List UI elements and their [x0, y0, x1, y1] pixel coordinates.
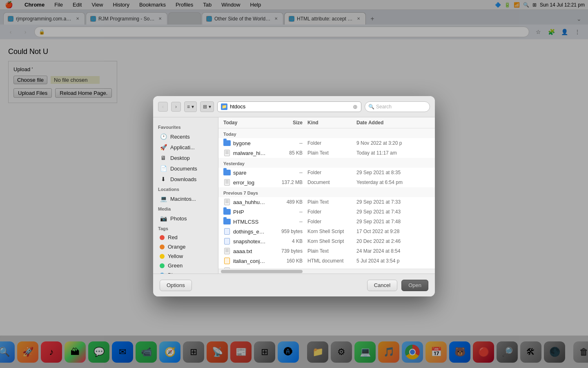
list-view-chevron: ▾ [192, 104, 194, 110]
file-kind-snapshot: Korn Shell Script [307, 238, 356, 244]
location-chevron: ⊕ [353, 103, 358, 110]
file-icon-snapshot [223, 238, 231, 245]
photos-label: Photos [170, 215, 187, 222]
sidebar-item-downloads[interactable]: ⬇ Downloads [155, 174, 216, 184]
sidebar-item-photos[interactable]: 📷 Photos [155, 213, 216, 224]
file-kind-aaa: Plain Text [307, 199, 356, 205]
col-date-header: Date Added [356, 120, 430, 126]
downloads-label: Downloads [170, 176, 196, 182]
file-icon-dothings [223, 228, 231, 235]
photos-icon: 📷 [160, 215, 167, 222]
sidebar-item-yellow[interactable]: Yellow [155, 251, 216, 261]
file-kind-spare: Folder [307, 170, 356, 175]
file-row-bygone[interactable]: bygone -- Folder 9 Nov 2022 at 3:20 p [218, 138, 435, 148]
file-row-errorlog[interactable]: error_log 137.2 MB Document Yesterday at… [218, 177, 435, 187]
file-date-italian-html: 5 Jul 2024 at 3:54 p [356, 258, 430, 264]
dialog-location-bar[interactable]: 📁 htdocs ⊕ [217, 101, 361, 112]
file-size-italian-html: 160 KB [267, 258, 307, 264]
applications-label: Applicati... [170, 144, 195, 150]
tags-label: Tags [153, 224, 218, 233]
dialog-list-view-button[interactable]: ≡ ▾ [184, 101, 197, 112]
file-row-snapshot[interactable]: snapshotexim.ksh 4 KB Korn Shell Script … [218, 236, 435, 246]
open-button[interactable]: Open [401, 280, 428, 291]
sidebar-item-applications[interactable]: 🚀 Applicati... [155, 142, 216, 153]
file-date-aaaa: 24 Mar 2024 at 8:54 [356, 248, 430, 254]
file-row-aaaa[interactable]: aaaa.txt 739 bytes Plain Text 24 Mar 202… [218, 246, 435, 256]
file-name-php: PHP [233, 209, 267, 215]
grid-view-chevron: ▾ [209, 104, 211, 110]
file-name-htmlcss: HTMLCSS [233, 219, 267, 225]
documents-label: Documents [170, 166, 197, 172]
file-dialog: ‹ › ≡ ▾ ⊞ ▾ 📁 htdocs ⊕ 🔍 Search [153, 96, 435, 296]
file-date-php: 29 Sep 2021 at 7:43 [356, 209, 430, 215]
folder-icon-bygone [223, 139, 231, 147]
sidebar-item-recents[interactable]: 🕐 Recents [155, 131, 216, 142]
file-icon-aaa [223, 198, 231, 206]
file-kind-italian-html: HTML document [307, 258, 356, 264]
file-row-htmlcss[interactable]: HTMLCSS -- Folder 29 Sep 2021 at 7:48 [218, 217, 435, 227]
col-kind-header: Kind [307, 120, 356, 126]
dialog-grid-view-button[interactable]: ⊞ ▾ [200, 101, 214, 112]
file-size-aaaa: 739 bytes [267, 248, 307, 254]
dialog-body: Favourites 🕐 Recents 🚀 Applicati... 🖥 De… [153, 117, 435, 274]
location-folder-icon: 📁 [221, 103, 227, 110]
macintosh-label: Macintos... [170, 196, 196, 202]
file-name-italian-html: italian_conjugation.html [233, 258, 267, 264]
file-date-snapshot: 20 Dec 2022 at 2:46 [356, 238, 430, 244]
hscroll-thumb[interactable] [221, 270, 303, 273]
file-date-errorlog: Yesterday at 6:54 pm [356, 180, 430, 185]
sidebar-item-desktop[interactable]: 🖥 Desktop [155, 153, 216, 163]
green-tag-dot [160, 263, 165, 268]
dialog-search-bar[interactable]: 🔍 Search [365, 101, 430, 112]
sidebar-item-orange[interactable]: Orange [155, 242, 216, 251]
group-label-yesterday: Yesterday [218, 158, 435, 168]
file-row-dothings[interactable]: dothings_each_day.ksh 959 bytes Korn She… [218, 227, 435, 236]
file-size-bygone: -- [267, 140, 307, 146]
file-size-spare: -- [267, 170, 307, 175]
recents-icon: 🕐 [160, 133, 167, 140]
file-row-italian-getme[interactable]: italian_conju..------GETME 160 KB Docume… [218, 266, 435, 269]
file-row-malware[interactable]: malware_hit.txt 85 KB Plain Text Today a… [218, 148, 435, 158]
file-list: Today bygone -- Folder 9 Nov 2022 at 3:2… [218, 128, 435, 269]
file-date-htmlcss: 29 Sep 2021 at 7:48 [356, 219, 430, 224]
folder-icon-spare [223, 169, 231, 176]
file-row-aaa[interactable]: aaa_huhhuh.txt 489 KB Plain Text 29 Sep … [218, 197, 435, 207]
dialog-back-button[interactable]: ‹ [158, 102, 168, 112]
file-row-italian-html[interactable]: italian_conjugation.html 160 KB HTML doc… [218, 256, 435, 266]
cancel-button[interactable]: Cancel [367, 280, 397, 291]
file-name-errorlog: error_log [233, 180, 267, 186]
dialog-footer-right: Cancel Open [367, 280, 428, 291]
sidebar-item-macintosh[interactable]: 💻 Macintos... [155, 193, 216, 204]
dialog-overlay: ‹ › ≡ ▾ ⊞ ▾ 📁 htdocs ⊕ 🔍 Search [0, 0, 588, 368]
file-date-dothings: 17 Oct 2022 at 9:28 [356, 229, 430, 234]
folder-icon-php [223, 208, 231, 215]
yellow-label: Yellow [168, 253, 183, 259]
dialog-forward-button[interactable]: › [171, 102, 181, 112]
file-name-aaaa: aaaa.txt [233, 248, 267, 254]
file-row-spare[interactable]: spare -- Folder 29 Sep 2021 at 8:35 [218, 168, 435, 177]
file-date-spare: 29 Sep 2021 at 8:35 [356, 170, 430, 175]
file-name-snapshot: snapshotexim.ksh [233, 238, 267, 245]
recents-label: Recents [170, 134, 190, 140]
media-label: Media [153, 204, 218, 213]
sidebar-item-documents[interactable]: 📄 Documents [155, 163, 216, 174]
file-row-php[interactable]: PHP -- Folder 29 Sep 2021 at 7:43 [218, 207, 435, 217]
locations-label: Locations [153, 184, 218, 193]
list-view-icon: ≡ [187, 104, 190, 110]
favourites-label: Favourites [153, 122, 218, 131]
sidebar-item-green[interactable]: Green [155, 261, 216, 270]
orange-tag-dot [160, 245, 165, 249]
file-list-header: Today Size Kind Date Added [218, 117, 435, 128]
location-text: htdocs [230, 103, 245, 110]
documents-icon: 📄 [160, 165, 167, 172]
sidebar-item-blue[interactable]: Blue [155, 270, 216, 274]
file-icon-errorlog [223, 179, 231, 186]
file-size-htmlcss: -- [267, 219, 307, 224]
options-button[interactable]: Options [160, 280, 192, 291]
file-name-spare: spare [233, 170, 267, 176]
file-kind-bygone: Folder [307, 140, 356, 146]
file-kind-aaaa: Plain Text [307, 248, 356, 254]
sidebar-item-red[interactable]: Red [155, 233, 216, 242]
horizontal-scrollbar[interactable] [218, 269, 435, 274]
group-label-today: Today [218, 128, 435, 138]
